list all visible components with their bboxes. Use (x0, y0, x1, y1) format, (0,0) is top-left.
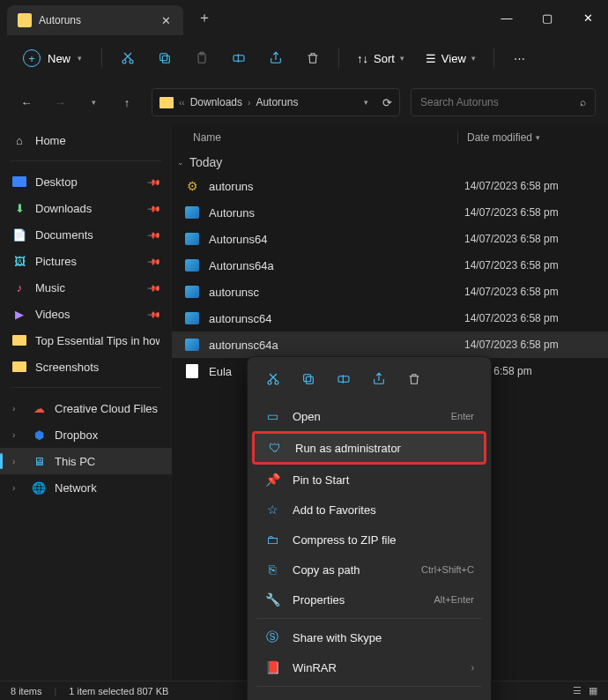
up-button[interactable]: ↑ (113, 88, 141, 116)
file-row[interactable]: Autoruns14/07/2023 6:58 pm (172, 199, 608, 226)
ctx-compress-to-zip-file[interactable]: 🗀Compress to ZIP file (252, 525, 486, 555)
breadcrumb-segment[interactable]: Autoruns (256, 96, 298, 108)
sidebar-item-documents[interactable]: 📄Documents📌 (0, 221, 172, 248)
tab-current[interactable]: Autoruns ✕ (7, 5, 183, 35)
more-button[interactable]: ⋯ (503, 42, 537, 74)
forward-button[interactable]: → (46, 88, 74, 116)
ctx-shortcut: Enter (451, 411, 474, 421)
sidebar-item-network[interactable]: ›🌐Network (0, 474, 172, 501)
column-name[interactable]: Name (193, 131, 457, 144)
file-row[interactable]: autorunsc64a14/07/2023 6:58 pm (172, 331, 608, 358)
file-row[interactable]: Autoruns64a14/07/2023 6:58 pm (172, 252, 608, 279)
column-date[interactable]: Date modified ▾ (457, 131, 540, 144)
file-date: 14/07/2023 6:58 pm (464, 259, 559, 272)
search-input[interactable]: Search Autoruns ⌕ (411, 88, 596, 116)
chevron-down-icon[interactable]: ▾ (364, 98, 368, 107)
ctx-copy-as-path[interactable]: ⎘Copy as pathCtrl+Shift+C (252, 555, 486, 585)
file-name: autorunsc64a (209, 339, 464, 352)
sidebar-item-this-pc[interactable]: ›🖥This PC (0, 448, 172, 474)
ctx-show-more[interactable]: ⊞ Show more options (252, 690, 486, 700)
file-icon (184, 257, 200, 273)
ctx-open[interactable]: ▭OpenEnter (252, 401, 486, 431)
plus-icon: + (23, 49, 41, 67)
ctx-label: Properties (293, 593, 421, 607)
breadcrumb-segment[interactable]: Downloads (190, 96, 242, 108)
group-header[interactable]: ⌄ Today (172, 152, 608, 173)
ctx-pin-to-start[interactable]: 📌Pin to Start (252, 465, 486, 495)
props-icon: 🔧 (264, 592, 280, 607)
item-icon: ▶ (12, 307, 26, 321)
breadcrumb[interactable]: ‹‹ Downloads › Autoruns ▾ ⟳ (152, 88, 400, 116)
new-button[interactable]: + New ▾ (12, 44, 93, 72)
path-icon: ⎘ (264, 562, 280, 577)
divider (101, 48, 102, 69)
paste-button[interactable] (185, 42, 219, 74)
back-button[interactable]: ← (12, 88, 41, 116)
divider (338, 48, 339, 69)
file-icon (184, 310, 200, 326)
cut-button[interactable] (111, 42, 145, 74)
file-date: 14/07/2023 6:58 pm (464, 339, 559, 351)
home-icon: ⌂ (12, 133, 26, 147)
divider (493, 48, 494, 69)
search-placeholder: Search Autoruns (420, 96, 499, 108)
status-selected: 1 item selected 807 KB (69, 686, 168, 696)
sidebar-item-creative-cloud-files[interactable]: ›☁Creative Cloud Files (0, 395, 172, 421)
close-window-button[interactable]: ✕ (567, 0, 608, 35)
sidebar-item-downloads[interactable]: ⬇Downloads📌 (0, 195, 172, 221)
sort-button[interactable]: ↑↓ Sort ▾ (348, 47, 413, 71)
file-row[interactable]: autorunsc14/07/2023 6:58 pm (172, 279, 608, 305)
svg-rect-11 (338, 376, 349, 383)
delete-button[interactable] (296, 42, 330, 74)
file-name: Autoruns (209, 206, 464, 220)
sidebar-item-home[interactable]: ⌂ Home (0, 127, 172, 153)
new-label: New (48, 52, 70, 65)
ctx-share-with-skype[interactable]: ⓈShare with Skype (252, 622, 486, 652)
sidebar-item-label: Screenshots (35, 361, 99, 374)
separator (256, 686, 482, 687)
sidebar-item-label: This PC (55, 455, 95, 468)
star-icon: ☆ (264, 503, 280, 517)
file-row[interactable]: Autoruns6414/07/2023 6:58 pm (172, 226, 608, 252)
ctx-run-as-administrator[interactable]: 🛡Run as administrator (252, 431, 486, 465)
skype-icon: Ⓢ (264, 629, 280, 645)
details-view-icon[interactable]: ☰ (573, 685, 582, 696)
svg-rect-10 (304, 375, 311, 382)
file-row[interactable]: autorunsc6414/07/2023 6:58 pm (172, 305, 608, 331)
ctx-share-button[interactable] (362, 364, 396, 394)
recent-button[interactable]: ▾ (79, 88, 108, 116)
titlebar: Autoruns ✕ ＋ ― ▢ ✕ (0, 0, 608, 35)
chevron-down-icon: ▾ (78, 54, 82, 63)
ctx-winrar[interactable]: 📕WinRAR› (252, 652, 486, 682)
refresh-button[interactable]: ⟳ (382, 96, 392, 109)
rename-button[interactable] (222, 42, 256, 74)
tab-title: Autoruns (39, 14, 159, 26)
ctx-cut-button[interactable] (256, 364, 290, 394)
minimize-button[interactable]: ― (486, 0, 527, 35)
ctx-delete-button[interactable] (397, 364, 431, 394)
file-row[interactable]: ⚙autoruns14/07/2023 6:58 pm (172, 173, 608, 199)
sidebar-item-label: Music (35, 281, 65, 294)
view-button[interactable]: ☰ View ▾ (417, 47, 485, 71)
sidebar-item-top-essential-tips-in-how-to[interactable]: Top Essential Tips in how to (0, 327, 172, 354)
ctx-properties[interactable]: 🔧PropertiesAlt+Enter (252, 585, 486, 614)
svg-rect-6 (234, 56, 244, 62)
close-tab-icon[interactable]: ✕ (159, 14, 173, 27)
new-tab-button[interactable]: ＋ (190, 4, 219, 32)
maximize-button[interactable]: ▢ (527, 0, 567, 35)
file-date: 14/07/2023 6:58 pm (464, 286, 559, 298)
sidebar-item-dropbox[interactable]: ›⬢Dropbox (0, 421, 172, 448)
share-button[interactable] (259, 42, 293, 74)
ctx-add-to-favorites[interactable]: ☆Add to Favorites (252, 495, 486, 525)
ctx-copy-button[interactable] (292, 364, 325, 394)
item-icon (12, 360, 26, 374)
svg-rect-9 (306, 376, 313, 384)
sidebar-item-pictures[interactable]: 🖼Pictures📌 (0, 248, 172, 274)
sidebar-item-music[interactable]: ♪Music📌 (0, 274, 172, 301)
sidebar-item-videos[interactable]: ▶Videos📌 (0, 301, 172, 327)
copy-button[interactable] (148, 42, 182, 74)
sidebar-item-screenshots[interactable]: Screenshots (0, 354, 172, 380)
ctx-rename-button[interactable] (327, 364, 360, 394)
sidebar-item-desktop[interactable]: Desktop📌 (0, 168, 172, 195)
thumbnails-view-icon[interactable]: ▦ (589, 685, 597, 696)
